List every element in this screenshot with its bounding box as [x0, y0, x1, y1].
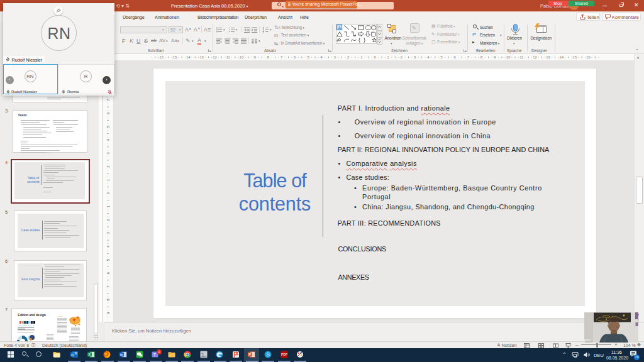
svg-text:6: 6 [294, 55, 296, 59]
svg-text:0: 0 [106, 192, 110, 194]
svg-text:3: 3 [106, 152, 110, 155]
svg-text:3: 3 [106, 232, 110, 234]
svg-text:6: 6 [454, 55, 456, 59]
svg-text:14: 14 [560, 55, 564, 59]
svg-text:7: 7 [280, 55, 282, 59]
svg-text:4: 4 [321, 55, 323, 59]
svg-text:11: 11 [226, 55, 230, 59]
svg-text:o: o [71, 353, 74, 357]
svg-text:1: 1 [387, 55, 389, 59]
svg-text:12: 12 [533, 55, 536, 59]
svg-text:w: w [119, 353, 123, 356]
svg-text:0: 0 [374, 55, 375, 59]
svg-text:4: 4 [106, 138, 110, 141]
svg-text:1: 1 [360, 55, 362, 59]
svg-text:2: 2 [106, 165, 110, 168]
svg-text:7: 7 [106, 99, 110, 101]
svg-text:15: 15 [573, 55, 577, 59]
svg-text:PDF: PDF [281, 353, 287, 356]
svg-text:3: 3 [414, 55, 416, 59]
svg-text:16: 16 [160, 55, 164, 59]
svg-text:14: 14 [186, 55, 191, 59]
svg-text:10: 10 [240, 55, 243, 59]
svg-text:2: 2 [347, 55, 349, 59]
svg-text:5: 5 [106, 125, 110, 128]
svg-text:2: 2 [106, 219, 110, 221]
svg-text:2: 2 [401, 55, 402, 59]
svg-text:9: 9 [106, 312, 110, 314]
svg-text:9: 9 [494, 55, 496, 59]
svg-text:A: A [338, 26, 341, 30]
svg-text:7: 7 [467, 55, 469, 59]
svg-text:7: 7 [106, 285, 110, 288]
svg-text:8: 8 [106, 299, 110, 301]
svg-text:T: T [153, 353, 157, 357]
svg-text:5: 5 [440, 55, 442, 59]
svg-text:3: 3 [334, 55, 336, 59]
svg-text:S: S [266, 351, 270, 358]
svg-text:6: 6 [106, 272, 110, 274]
svg-text:8: 8 [267, 55, 269, 59]
svg-text:5: 5 [106, 258, 110, 261]
svg-text:11: 11 [519, 55, 523, 59]
svg-text:15: 15 [173, 55, 177, 59]
svg-text:16: 16 [586, 55, 590, 59]
svg-text:1: 1 [106, 205, 110, 207]
svg-text:10: 10 [506, 55, 510, 59]
svg-text:12: 12 [213, 55, 216, 59]
svg-text:13: 13 [546, 55, 550, 59]
svg-text:1: 1 [106, 178, 110, 181]
svg-text:5: 5 [307, 55, 309, 59]
svg-text:13: 13 [199, 55, 203, 59]
svg-text:9: 9 [254, 55, 256, 59]
svg-text:4: 4 [106, 245, 110, 248]
svg-text:4: 4 [427, 55, 430, 59]
svg-text:8: 8 [480, 55, 482, 59]
svg-text:6: 6 [106, 112, 110, 114]
